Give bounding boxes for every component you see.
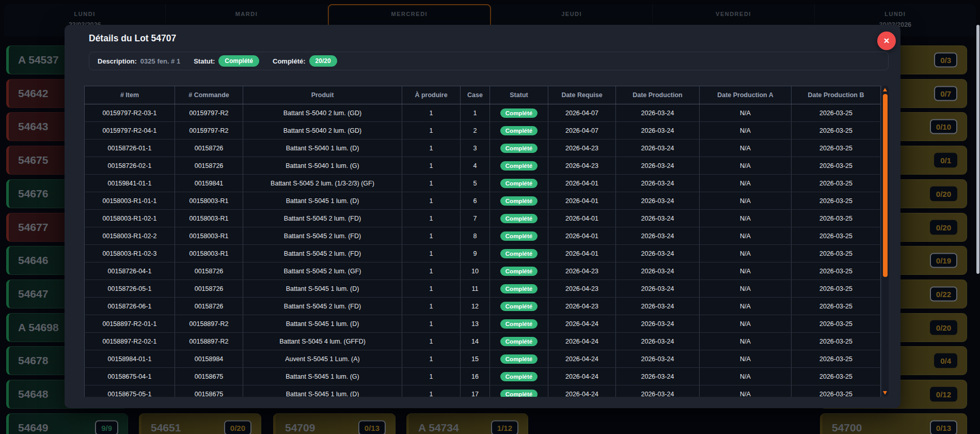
table-scrollbar-thumb[interactable] [883, 94, 888, 277]
table-row: 00158003-R1-01-100158003-R1Battant S-504… [85, 192, 881, 210]
table-cell: 6 [461, 192, 490, 210]
table-row: 00158675-04-100158675Battant S-5045 1 lu… [85, 368, 881, 385]
status-badge: Complété [500, 126, 538, 135]
status-badge: Complété [500, 231, 538, 241]
table-cell: 2026-03-24 [616, 227, 700, 245]
scroll-up-arrow-icon[interactable] [883, 88, 887, 91]
table-cell: 2026-04-23 [548, 140, 616, 157]
table-row: 00158726-05-100158726Battant S-5045 1 lu… [85, 280, 881, 298]
description-value: 0325 fen. # 1 [140, 57, 180, 65]
table-cell: Battant S-5045 1 lum. (D) [243, 315, 402, 333]
table-cell: 00159797-R2-03-1 [85, 104, 175, 122]
table-cell: 2026-03-25 [792, 333, 881, 350]
table-cell: N/A [700, 157, 792, 175]
table-cell: 00159797-R2 [175, 122, 243, 140]
table-cell: 00158726 [175, 157, 243, 175]
table-cell: 2026-04-23 [548, 262, 616, 280]
table-cell: 1 [402, 368, 461, 385]
items-table-container: # Item# CommandeProduitÀ produireCaseSta… [84, 86, 889, 397]
table-cell: 2026-03-24 [616, 333, 700, 350]
table-cell: N/A [700, 192, 792, 210]
column-header-0: # Item [85, 86, 175, 104]
table-cell: 2026-03-24 [616, 104, 700, 122]
table-row: 00159841-01-100159841Battant S-5045 2 lu… [85, 175, 881, 192]
table-cell: Complété [490, 140, 548, 157]
table-cell: 2026-03-24 [616, 122, 700, 140]
table-cell: 2026-03-25 [792, 192, 881, 210]
table-cell: N/A [700, 315, 792, 333]
table-cell: 2026-03-25 [792, 157, 881, 175]
table-cell: 1 [402, 104, 461, 122]
column-header-2: Produit [243, 86, 402, 104]
table-cell: 2026-03-25 [792, 104, 881, 122]
table-cell: 00158984-01-1 [85, 350, 175, 368]
table-cell: 2026-03-25 [792, 385, 881, 397]
table-cell: 1 [402, 227, 461, 245]
table-cell: 2026-04-01 [548, 175, 616, 192]
table-cell: 00158003-R1 [175, 227, 243, 245]
table-cell: 00158003-R1 [175, 245, 243, 262]
table-cell: N/A [700, 368, 792, 385]
table-cell: 2026-03-25 [792, 175, 881, 192]
table-cell: 2026-03-24 [616, 262, 700, 280]
table-cell: 8 [461, 227, 490, 245]
table-cell: Complété [490, 280, 548, 298]
table-cell: 4 [461, 157, 490, 175]
table-cell: 1 [402, 192, 461, 210]
table-cell: 2026-04-01 [548, 227, 616, 245]
table-cell: 12 [461, 298, 490, 315]
table-cell: 2026-03-24 [616, 157, 700, 175]
table-row: 00158003-R1-02-200158003-R1Battant S-504… [85, 227, 881, 245]
table-cell: Battant S-5045 2 lum. (GF) [243, 262, 402, 280]
table-cell: Battant S-5045 4 lum. (GFFD) [243, 333, 402, 350]
status-badge: Complété [500, 214, 538, 223]
table-cell: 1 [402, 262, 461, 280]
status-badge: Complété [500, 267, 538, 276]
table-cell: 2026-03-25 [792, 315, 881, 333]
table-cell: 10 [461, 262, 490, 280]
table-cell: 00159797-R2-04-1 [85, 122, 175, 140]
table-cell: Battant S-5045 2 lum. (FD) [243, 210, 402, 227]
table-cell: 00159797-R2 [175, 104, 243, 122]
table-cell: 00158726 [175, 262, 243, 280]
table-cell: 13 [461, 315, 490, 333]
table-cell: N/A [700, 104, 792, 122]
table-cell: 2026-04-24 [548, 368, 616, 385]
table-cell: 00158003-R1 [175, 210, 243, 227]
table-cell: Battant S-5040 1 lum. (G) [243, 157, 402, 175]
table-cell: 00158675-04-1 [85, 368, 175, 385]
table-cell: N/A [700, 140, 792, 157]
modal-title: Détails du Lot 54707 [89, 33, 176, 44]
table-cell: Battant S-5045 1 lum. (D) [243, 385, 402, 397]
table-cell: 17 [461, 385, 490, 397]
table-cell: 2026-04-01 [548, 210, 616, 227]
statut-label: Statut: [194, 57, 215, 65]
table-cell: Battant S-5040 2 lum. (GD) [243, 122, 402, 140]
table-cell: N/A [700, 175, 792, 192]
table-cell: 00159841 [175, 175, 243, 192]
table-cell: 2026-03-25 [792, 350, 881, 368]
column-header-1: # Commande [175, 86, 243, 104]
table-cell: 00158726-01-1 [85, 140, 175, 157]
table-cell: 15 [461, 350, 490, 368]
table-cell: 3 [461, 140, 490, 157]
table-cell: 2026-03-24 [616, 192, 700, 210]
status-badge: Complété [500, 354, 538, 364]
table-cell: 1 [402, 122, 461, 140]
table-cell: 2026-03-25 [792, 280, 881, 298]
status-badge: Complété [500, 319, 538, 329]
page-scrollbar[interactable] [976, 25, 979, 274]
table-cell: N/A [700, 298, 792, 315]
table-body: 00159797-R2-03-100159797-R2Battant S-504… [85, 104, 881, 397]
column-header-8: Date Production A [700, 86, 792, 104]
table-cell: 1 [402, 350, 461, 368]
status-badge: Complété [500, 249, 538, 258]
table-cell: 1 [402, 157, 461, 175]
close-icon[interactable]: × [877, 32, 896, 50]
scroll-down-arrow-icon[interactable] [883, 391, 887, 395]
table-cell: N/A [700, 333, 792, 350]
table-cell: 2026-03-25 [792, 262, 881, 280]
table-cell: 00158726 [175, 298, 243, 315]
table-cell: 1 [402, 280, 461, 298]
table-scrollbar[interactable] [882, 86, 889, 397]
